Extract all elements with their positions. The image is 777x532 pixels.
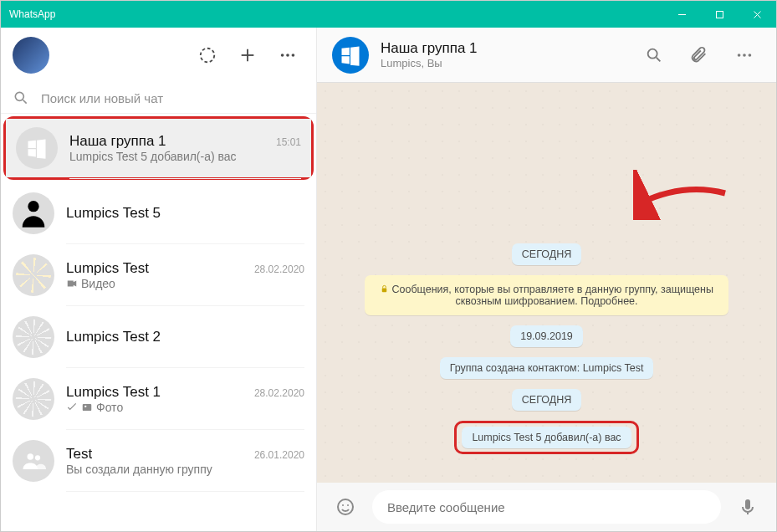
svg-rect-22 [382, 289, 387, 293]
chat-avatar [16, 127, 58, 169]
chat-meta: Lumpics Test 1 28.02.2020 Фото [66, 378, 304, 430]
photo-icon [81, 402, 93, 413]
chat-meta: Lumpics Test 28.02.2020 Видео [66, 254, 304, 306]
chat-time: 15:01 [276, 136, 301, 148]
chat-preview-text: Фото [96, 401, 123, 414]
chat-avatar [13, 440, 54, 482]
svg-rect-26 [745, 499, 750, 509]
my-avatar[interactable] [13, 37, 49, 74]
chat-preview: Фото [66, 401, 304, 414]
chat-name: Test [66, 446, 92, 463]
chat-preview: Lumpics Test 5 добавил(-а) вас [69, 150, 301, 163]
date-chip: СЕГОДНЯ [512, 389, 581, 411]
titlebar: WhatsApp [1, 1, 776, 28]
video-icon [66, 278, 78, 289]
chat-name: Наша группа 1 [69, 133, 166, 150]
svg-point-12 [28, 201, 38, 212]
emoji-button[interactable] [329, 490, 362, 524]
chat-avatar [13, 192, 54, 234]
svg-point-25 [347, 504, 349, 506]
status-button[interactable] [191, 38, 224, 72]
svg-point-8 [286, 54, 289, 57]
svg-line-18 [657, 57, 661, 61]
minimize-button[interactable] [663, 1, 701, 28]
chat-item-3[interactable]: Lumpics Test 2 [1, 306, 316, 368]
svg-point-17 [648, 49, 657, 58]
chat-time: 28.02.2020 [254, 387, 304, 399]
svg-point-4 [201, 49, 215, 63]
chat-area: СЕГОДНЯ Сообщения, которые вы отправляет… [317, 83, 776, 483]
svg-line-11 [23, 100, 27, 104]
encryption-banner[interactable]: Сообщения, которые вы отправляете в данн… [365, 275, 728, 315]
svg-point-15 [28, 453, 34, 460]
search-icon [13, 90, 29, 106]
chat-preview-text: Видео [81, 277, 115, 290]
chat-meta: Lumpics Test 2 [66, 316, 304, 368]
header-menu-button[interactable] [728, 38, 761, 72]
chat-item-2[interactable]: Lumpics Test 28.02.2020 Видео [1, 244, 316, 306]
menu-button[interactable] [271, 38, 304, 72]
system-chip: Группа создана контактом: Lumpics Test [440, 357, 654, 379]
main: Наша группа 1 15:01 Lumpics Test 5 добав… [1, 28, 776, 531]
chat-avatar [13, 378, 54, 420]
conversation-subtitle: Lumpics, Вы [381, 57, 626, 69]
search-input[interactable] [41, 91, 304, 105]
mic-button[interactable] [731, 490, 764, 524]
svg-point-24 [342, 504, 344, 506]
chat-avatar [13, 254, 54, 296]
svg-rect-1 [717, 11, 723, 18]
left-panel: Наша группа 1 15:01 Lumpics Test 5 добав… [1, 28, 317, 531]
chat-item-5[interactable]: Test 26.01.2020 Вы создали данную группу [1, 430, 316, 492]
chat-item-0[interactable]: Наша группа 1 15:01 Lumpics Test 5 добав… [6, 119, 311, 177]
svg-point-16 [35, 455, 40, 460]
svg-point-10 [15, 92, 23, 100]
conversation-title-block: Наша группа 1 Lumpics, Вы [381, 40, 626, 69]
highlight-frame: Наша группа 1 15:01 Lumpics Test 5 добав… [3, 116, 314, 180]
svg-point-14 [84, 405, 86, 407]
close-button[interactable] [739, 1, 776, 28]
maximize-button[interactable] [701, 1, 739, 28]
highlight-frame-2: Lumpics Test 5 добавил(-а) вас [454, 421, 638, 454]
search-bar[interactable] [1, 83, 316, 114]
banner-text: Сообщения, которые вы отправляете в данн… [392, 284, 713, 307]
chat-preview: Вы создали данную группу [66, 463, 304, 476]
chat-item-4[interactable]: Lumpics Test 1 28.02.2020 Фото [1, 368, 316, 430]
app-window: WhatsApp [0, 0, 777, 532]
chat-name: Lumpics Test [66, 260, 149, 277]
lock-icon [380, 284, 389, 294]
attach-button[interactable] [682, 38, 716, 72]
chat-time: 28.02.2020 [254, 263, 304, 275]
check-icon [66, 402, 78, 413]
svg-rect-13 [83, 403, 92, 410]
date-chip: СЕГОДНЯ [512, 243, 581, 265]
system-chip-added: Lumpics Test 5 добавил(-а) вас [462, 427, 631, 448]
chat-avatar [13, 316, 54, 358]
chat-meta: Наша группа 1 15:01 Lumpics Test 5 добав… [69, 127, 301, 179]
conversation-header[interactable]: Наша группа 1 Lumpics, Вы [317, 28, 776, 83]
chat-name: Lumpics Test 5 [66, 205, 161, 222]
composer [317, 483, 776, 531]
chat-content: СЕГОДНЯ Сообщения, которые вы отправляет… [317, 83, 776, 483]
left-header [1, 28, 316, 83]
conversation-title: Наша группа 1 [381, 40, 626, 57]
svg-line-2 [754, 11, 761, 18]
chat-meta: Test 26.01.2020 Вы создали данную группу [66, 440, 304, 492]
svg-point-7 [281, 54, 284, 57]
chat-meta: Lumpics Test 5 [66, 192, 304, 244]
svg-point-9 [292, 54, 295, 57]
svg-line-3 [754, 11, 761, 18]
right-panel: Наша группа 1 Lumpics, Вы [317, 28, 776, 531]
chat-preview: Видео [66, 277, 304, 290]
svg-point-23 [338, 499, 353, 514]
new-chat-button[interactable] [231, 38, 264, 72]
header-search-button[interactable] [637, 38, 671, 72]
conversation-avatar [332, 37, 369, 74]
chat-time: 26.01.2020 [254, 449, 304, 461]
chat-name: Lumpics Test 1 [66, 384, 161, 401]
date-chip: 19.09.2019 [510, 325, 583, 347]
chat-item-1[interactable]: Lumpics Test 5 [1, 182, 316, 244]
chat-list: Наша группа 1 15:01 Lumpics Test 5 добав… [1, 114, 316, 531]
message-input[interactable] [372, 490, 721, 524]
svg-point-21 [749, 54, 752, 57]
svg-point-19 [738, 54, 741, 57]
